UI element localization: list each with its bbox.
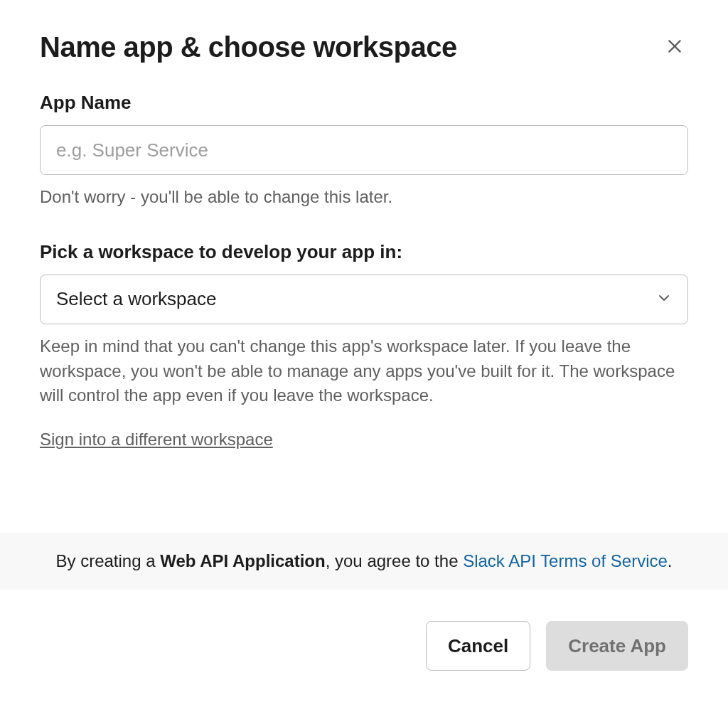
create-app-button[interactable]: Create App <box>546 621 688 671</box>
terms-bold: Web API Application <box>160 551 325 570</box>
app-name-field-group: App Name Don't worry - you'll be able to… <box>40 92 688 210</box>
workspace-select-wrapper: Select a workspace <box>40 275 688 324</box>
app-name-input[interactable] <box>40 125 688 175</box>
cancel-button[interactable]: Cancel <box>426 621 530 671</box>
modal-body: App Name Don't worry - you'll be able to… <box>0 63 728 499</box>
create-app-modal: Name app & choose workspace App Name Don… <box>0 0 728 702</box>
modal-title: Name app & choose workspace <box>40 31 457 63</box>
close-icon <box>665 37 684 58</box>
modal-footer: Cancel Create App <box>0 590 728 702</box>
modal-header: Name app & choose workspace <box>0 0 728 63</box>
app-name-label: App Name <box>40 92 688 114</box>
terms-prefix: By creating a <box>55 551 160 570</box>
terms-bar: By creating a Web API Application, you a… <box>0 533 728 590</box>
workspace-select[interactable]: Select a workspace <box>40 275 688 324</box>
terms-of-service-link[interactable]: Slack API Terms of Service <box>463 551 668 570</box>
close-button[interactable] <box>661 33 688 62</box>
signin-different-workspace-link[interactable]: Sign into a different workspace <box>40 430 273 450</box>
app-name-helper: Don't worry - you'll be able to change t… <box>40 185 688 210</box>
workspace-helper: Keep in mind that you can't change this … <box>40 334 688 408</box>
workspace-label: Pick a workspace to develop your app in: <box>40 241 688 263</box>
terms-middle: , you agree to the <box>326 551 463 570</box>
workspace-select-value: Select a workspace <box>56 288 216 310</box>
terms-suffix: . <box>668 551 673 570</box>
workspace-field-group: Pick a workspace to develop your app in:… <box>40 241 688 450</box>
